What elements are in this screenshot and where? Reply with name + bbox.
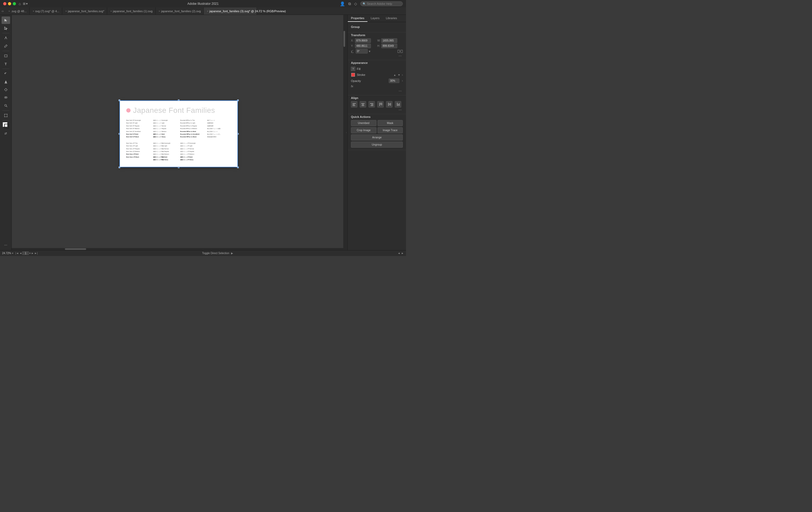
window-controls[interactable] [3,2,16,5]
crop-image-btn[interactable]: Crop Image [351,127,376,133]
pen-tool[interactable] [2,34,10,42]
tab-2[interactable]: × japanese_font_families.svg* [62,7,107,15]
scroll-left-btn[interactable]: ◄ [398,252,400,255]
nav-prev-btn[interactable]: ◄ [19,252,22,255]
opacity-expand-arrow[interactable]: › [402,79,403,82]
zoom-dropdown[interactable]: ▾ [12,252,13,255]
canvas-vscroll[interactable] [343,15,345,250]
tab-label-2: japanese_font_families.svg* [68,9,104,13]
search-bar[interactable]: 🔍 Search Adobe Help [360,1,403,6]
close-button[interactable] [3,2,6,5]
tab-properties[interactable]: Properties [348,15,368,22]
svg-rect-14 [401,50,403,53]
align-center-v-btn[interactable] [386,101,393,108]
undo-tool[interactable] [2,70,10,77]
h-input[interactable] [381,44,397,48]
tabs-left-arrow[interactable]: ‹› [0,7,5,15]
svg-rect-18 [353,105,355,106]
tab-close-4[interactable]: × [159,10,160,12]
mask-btn[interactable]: Mask [378,120,403,126]
align-center-h-btn[interactable] [360,101,366,108]
arrange-btn[interactable]: Arrange [351,134,403,140]
nav-last-btn[interactable]: ►| [34,252,38,255]
svg-rect-13 [398,50,400,53]
tab-layers[interactable]: Layers [368,15,383,22]
stroke-expand-arrow[interactable]: › [402,74,403,76]
type-tool[interactable]: T [2,60,10,68]
align-more-btn[interactable]: ··· [351,108,403,112]
font-col-1: Noto Serif JP ExtraLight Noto Serif JP L… [126,119,150,161]
nav-page-dropdown[interactable]: ▾ [29,252,31,255]
tab-close-2[interactable]: × [65,10,67,12]
more-tools-btn[interactable]: ··· [2,241,10,248]
view-switcher[interactable]: ⊞ ▾ [23,2,28,6]
y-input[interactable] [355,44,371,48]
tabs-right-arrow[interactable]: › [257,7,261,15]
vscroll-thumb[interactable] [344,31,345,47]
tab-1[interactable]: × svg (7).svg* @ 4... [30,7,62,15]
tab-libraries[interactable]: Libraries [383,15,400,22]
ungroup-btn[interactable]: Ungroup [351,141,403,148]
stroke-swatch[interactable] [351,73,355,77]
direct-selection-tool[interactable] [2,25,10,32]
swap-colors-btn[interactable]: ⇄ [2,130,10,137]
status-arrow[interactable]: ▶ [231,252,233,255]
image-trace-btn[interactable]: Image Trace [378,127,403,133]
selection-tool[interactable] [2,17,10,24]
hscroll-thumb[interactable] [65,248,86,250]
more-icon[interactable]: ··· [2,241,10,248]
transform-more-btn[interactable]: ··· [351,53,403,58]
nav-first-btn[interactable]: |◄ [16,252,19,255]
stroke-up-arrow[interactable]: ▲ [394,74,396,76]
transform-tool[interactable] [2,86,10,93]
align-top-btn[interactable] [377,101,384,108]
zoom-tool[interactable] [2,102,10,109]
canvas-area: Japanese Font Families Noto Serif JP Ext… [12,15,345,250]
svg-rect-32 [398,104,399,106]
stroke-color[interactable] [4,124,9,129]
tab-close-5[interactable]: × [207,10,208,12]
fullscreen-button[interactable] [13,2,16,5]
opacity-input[interactable] [389,79,399,83]
appearance-more-btn[interactable]: ··· [351,89,403,93]
canvas-scroll[interactable]: Japanese Font Families Noto Serif JP Ext… [12,15,345,250]
unembed-btn[interactable]: Unembed [351,120,376,126]
tab-4[interactable]: × japanese_font_families (2).svg [155,7,204,15]
plugin-icon[interactable]: ◇ [354,2,357,6]
align-right-btn[interactable] [369,101,375,108]
fill-tool[interactable] [2,78,10,85]
fx-button[interactable]: fx [351,85,353,88]
status-text: Toggle Direct Selection ▶ [40,252,395,255]
rectangle-tool[interactable] [2,52,10,60]
tab-close-3[interactable]: × [110,10,112,12]
canvas-hscroll[interactable] [12,248,345,250]
pencil-tool[interactable] [2,42,10,50]
arrange-icon[interactable]: ⧉ [348,2,351,6]
tab-3[interactable]: × japanese_font_families (1).svg [107,7,155,15]
constrain-icon[interactable] [398,50,403,53]
svg-rect-27 [381,103,382,105]
angle-input[interactable] [356,49,368,53]
fill-stroke-indicator[interactable] [2,122,9,129]
tab-close-1[interactable]: × [33,10,34,12]
tab-0[interactable]: × .svg @ 48... [5,7,30,15]
align-bottom-btn[interactable] [395,101,401,108]
font-col-3: Rounded MPlus 1c Thin Rounded MPlus 1c L… [180,119,204,161]
x-input[interactable] [355,38,371,43]
home-icon[interactable]: ⌂ [19,2,21,6]
scroll-right-btn[interactable]: ► [401,252,404,255]
align-left-btn[interactable] [351,101,357,108]
panel-collapse-handle[interactable]: ‹ [345,15,348,250]
angle-dropdown[interactable]: ▾ [369,50,370,53]
page-input[interactable] [22,251,29,255]
account-icon[interactable]: 👤 [340,1,345,6]
shape-builder-tool[interactable] [2,94,10,101]
nav-next-btn[interactable]: ► [31,252,34,255]
w-input[interactable] [381,38,397,43]
minimize-button[interactable] [8,2,11,5]
tab-5[interactable]: × japanese_font_families (3).svg* @ 24.7… [204,7,257,15]
artboard-tool[interactable] [2,112,10,119]
fill-question-icon[interactable]: ? [351,67,355,71]
stroke-down-arrow[interactable]: ▼ [398,74,400,76]
tab-close-0[interactable]: × [8,10,10,12]
